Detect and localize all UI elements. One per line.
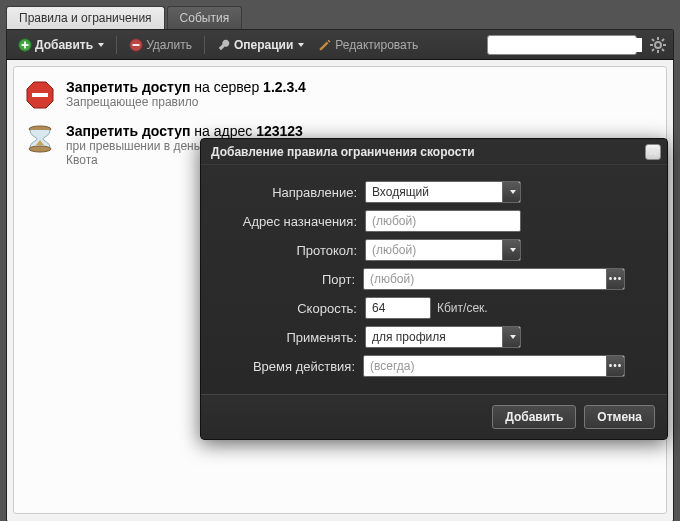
dialog-footer: Добавить Отмена	[201, 394, 667, 439]
dialog-form: Направление: Адрес назначения: Протокол:	[201, 165, 667, 394]
close-icon: ✕	[648, 146, 658, 158]
dest-input[interactable]	[365, 210, 521, 232]
label-speed: Скорость:	[215, 301, 365, 316]
label-port: Порт:	[215, 272, 363, 287]
dialog-title: Добавление правила ограничения скорости	[211, 145, 475, 159]
picker-trigger[interactable]: •••	[606, 269, 624, 289]
dropdown-trigger[interactable]	[502, 327, 520, 347]
chevron-down-icon	[510, 190, 516, 194]
dialog-add-speed-rule: Добавление правила ограничения скорости …	[200, 138, 668, 440]
close-button[interactable]: ✕	[645, 144, 661, 160]
label-protocol: Протокол:	[215, 243, 365, 258]
dropdown-trigger[interactable]	[502, 182, 520, 202]
dialog-titlebar[interactable]: Добавление правила ограничения скорости …	[201, 139, 667, 165]
speed-unit: Кбит/сек.	[437, 301, 488, 315]
apply-select[interactable]	[365, 326, 521, 348]
ellipsis-icon: •••	[609, 274, 623, 284]
label-time: Время действия:	[215, 359, 363, 374]
modal-backdrop: Добавление правила ограничения скорости …	[0, 0, 680, 521]
dropdown-trigger[interactable]	[502, 240, 520, 260]
label-apply: Применять:	[215, 330, 365, 345]
protocol-select[interactable]	[365, 239, 521, 261]
label-direction: Направление:	[215, 185, 365, 200]
ellipsis-icon: •••	[609, 361, 623, 371]
label-dest: Адрес назначения:	[215, 214, 365, 229]
cancel-button[interactable]: Отмена	[584, 405, 655, 429]
port-input[interactable]	[363, 268, 625, 290]
direction-select[interactable]	[365, 181, 521, 203]
chevron-down-icon	[510, 248, 516, 252]
speed-input[interactable]	[365, 297, 431, 319]
chevron-down-icon	[510, 335, 516, 339]
picker-trigger[interactable]: •••	[606, 356, 624, 376]
ok-button[interactable]: Добавить	[492, 405, 576, 429]
time-input[interactable]	[363, 355, 625, 377]
